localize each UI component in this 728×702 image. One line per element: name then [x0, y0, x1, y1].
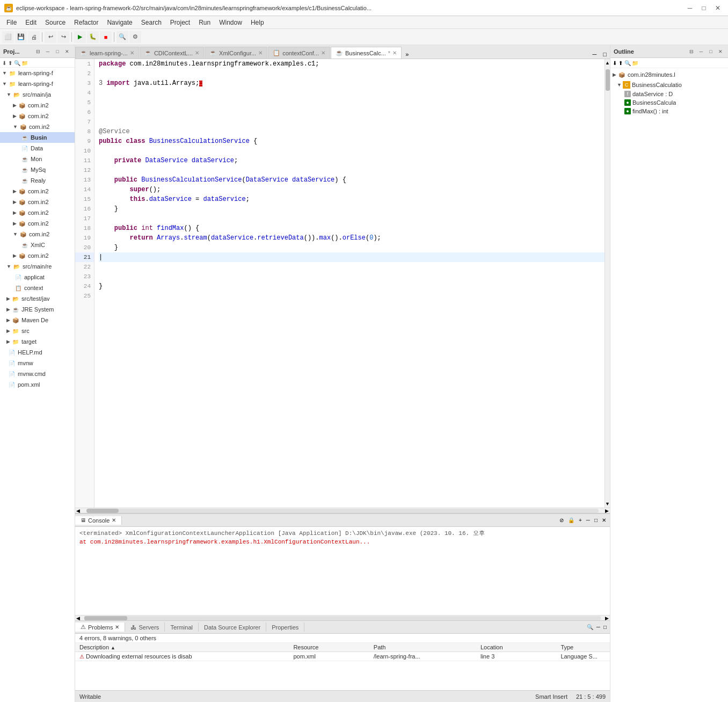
problems-row-1[interactable]: ⚠ Downloading external resources is disa…	[75, 652, 610, 661]
outline-toolbar-icons[interactable]: ⬇ ⬆ 🔍 📁	[610, 59, 640, 67]
tree-mon[interactable]: ☕ Mon	[0, 154, 75, 164]
tree-src-main-java[interactable]: ▼ 📂 src/main/ja	[0, 89, 75, 100]
collapse-all-btn[interactable]: ⊟	[34, 47, 42, 56]
maximize-button[interactable]: □	[698, 3, 710, 13]
tab-business-calc[interactable]: ☕ BusinessCalc... * ✕	[331, 47, 402, 59]
tree-pom-xml[interactable]: 📄 pom.xml	[0, 379, 75, 390]
problems-maximize-btn[interactable]: □	[602, 623, 608, 631]
outline-package[interactable]: ▶ 📦 com.in28minutes.l	[610, 69, 728, 80]
menu-run[interactable]: Run	[194, 18, 215, 27]
console-clear-btn[interactable]: ⊘	[558, 516, 565, 524]
tab-servers[interactable]: 🖧 Servers	[125, 623, 165, 632]
hscroll-thumb[interactable]	[86, 509, 119, 513]
tab-properties[interactable]: Properties	[266, 623, 304, 632]
tree-xmlc[interactable]: ☕ XmlC	[0, 240, 75, 250]
problems-filter-btn[interactable]: 🔍	[586, 623, 594, 631]
tree-src[interactable]: ▶ 📁 src	[0, 325, 75, 336]
tab-xml-config[interactable]: ☕ XmlConfigur... ✕	[205, 47, 267, 59]
tab-close-learn-spring[interactable]: ✕	[130, 50, 134, 56]
col-description[interactable]: Description ▲	[75, 643, 289, 652]
tree-applicat[interactable]: 📄 applicat	[0, 272, 75, 283]
outline-constructor[interactable]: ● BusinessCalcula	[610, 98, 728, 107]
scroll-thumb[interactable]	[606, 69, 610, 91]
menu-navigate[interactable]: Navigate	[103, 18, 136, 27]
outline-class[interactable]: ▼ C BusinessCalculatio	[610, 80, 728, 90]
toolbar-search-btn[interactable]: 🔍	[117, 31, 128, 43]
toolbar-new-btn[interactable]: ⬜	[2, 31, 14, 43]
outline-minimize-btn[interactable]: ─	[697, 47, 705, 56]
console-minimize-btn[interactable]: ─	[585, 516, 592, 524]
scroll-down-btn[interactable]: ▼	[604, 500, 610, 508]
horizontal-scrollbar[interactable]: ◀ ▶	[75, 508, 610, 513]
close-panel-btn[interactable]: ✕	[63, 47, 71, 56]
console-new-btn[interactable]: +	[577, 516, 584, 524]
maximize-panel-btn[interactable]: □	[53, 47, 62, 56]
tree-src-main-res[interactable]: ▼ 📂 src/main/re	[0, 261, 75, 272]
outline-collapse-btn[interactable]: ⊟	[687, 47, 696, 56]
menu-refactor[interactable]: Refactor	[70, 18, 103, 27]
hscroll-left-btn[interactable]: ◀	[75, 508, 81, 513]
outline-method[interactable]: ● findMax() : int	[610, 107, 728, 115]
tree-maven[interactable]: ▶ 📦 Maven De	[0, 315, 75, 325]
editor-maximize-btn[interactable]: □	[600, 50, 610, 59]
tab-close-business[interactable]: ✕	[392, 50, 397, 56]
toolbar-run-btn[interactable]: ▶	[74, 31, 86, 43]
problems-minimize-btn[interactable]: ─	[595, 623, 601, 631]
tree-mvnw-cmd[interactable]: 📄 mvnw.cmd	[0, 368, 75, 379]
outline-maximize-btn[interactable]: □	[707, 47, 715, 56]
tree-realy[interactable]: ☕ Realy	[0, 175, 75, 186]
tab-problems[interactable]: ⚠ Problems ✕	[75, 623, 125, 632]
tree-target[interactable]: ▶ 📁 target	[0, 336, 75, 347]
tab-console[interactable]: 🖥 Console ✕	[75, 516, 122, 525]
console-hscroll-right[interactable]: ▶	[604, 616, 610, 621]
toolbar-undo-btn[interactable]: ↩	[45, 31, 56, 43]
tree-learn-spring-1[interactable]: ▼ 📁 learn-spring-f	[0, 68, 75, 78]
vertical-scrollbar[interactable]: ▲ ▼	[605, 59, 610, 508]
console-tab-close[interactable]: ✕	[112, 517, 116, 523]
tab-learn-spring[interactable]: ☕ learn-spring-... ✕	[75, 47, 139, 59]
col-location[interactable]: Location	[476, 643, 556, 652]
tree-help-md[interactable]: 📄 HELP.md	[0, 347, 75, 358]
hscroll-track[interactable]	[86, 509, 599, 513]
menu-source[interactable]: Source	[41, 18, 70, 27]
problems-tab-close[interactable]: ✕	[115, 624, 119, 630]
toolbar-debug-btn[interactable]: 🐛	[87, 31, 99, 43]
console-maximize-btn[interactable]: □	[593, 516, 599, 524]
tree-com-in2-3[interactable]: ▼ 📦 com.in2	[0, 121, 75, 132]
console-hscroll-track[interactable]	[84, 616, 601, 620]
console-close-btn[interactable]: ✕	[600, 516, 608, 524]
tab-terminal[interactable]: Terminal	[165, 623, 199, 632]
code-content[interactable]: package com.in28minutes.learnspringframe…	[94, 59, 605, 508]
menu-window[interactable]: Window	[215, 18, 246, 27]
hscroll-right-btn[interactable]: ▶	[604, 508, 610, 513]
tab-cdi-context[interactable]: ☕ CDIContextL... ✕	[140, 47, 204, 59]
tab-close-context[interactable]: ✕	[321, 50, 325, 56]
minimize-button[interactable]: ─	[684, 3, 696, 13]
toolbar-stop-btn[interactable]: ■	[100, 31, 112, 43]
menu-project[interactable]: Project	[166, 18, 194, 27]
tree-data-service[interactable]: 📄 Data	[0, 143, 75, 154]
toolbar-save-btn[interactable]: 💾	[15, 31, 27, 43]
console-scroll-lock-btn[interactable]: 🔒	[566, 516, 576, 524]
tree-com-in2-4[interactable]: ▶ 📦 com.in2	[0, 186, 75, 197]
tree-com-in2-5[interactable]: ▶ 📦 com.in2	[0, 197, 75, 207]
outline-field[interactable]: f dataService : D	[610, 90, 728, 98]
tree-jre[interactable]: ▶ ☕ JRE System	[0, 304, 75, 315]
tree-com-in2-7[interactable]: ▶ 📦 com.in2	[0, 218, 75, 229]
scroll-up-btn[interactable]: ▲	[604, 59, 610, 67]
minimize-panel-btn[interactable]: ─	[43, 47, 52, 56]
console-h-scrollbar[interactable]: ◀ ▶	[75, 615, 610, 620]
menu-file[interactable]: File	[2, 18, 21, 27]
tree-mysql[interactable]: ☕ MySq	[0, 164, 75, 175]
tree-com-in2-1[interactable]: ▶ 📦 com.in2	[0, 100, 75, 111]
close-button[interactable]: ✕	[712, 3, 724, 13]
scroll-track[interactable]	[606, 67, 610, 500]
tree-context[interactable]: 📋 context	[0, 283, 75, 293]
tab-datasource[interactable]: Data Source Explorer	[199, 623, 266, 632]
col-resource[interactable]: Resource	[289, 643, 369, 652]
console-hscroll-left[interactable]: ◀	[75, 616, 81, 621]
tree-com-in2-2[interactable]: ▶ 📦 com.in2	[0, 111, 75, 121]
tree-com-in2-9[interactable]: ▶ 📦 com.in2	[0, 250, 75, 261]
toolbar-settings-btn[interactable]: ⚙	[129, 31, 141, 43]
col-path[interactable]: Path	[369, 643, 476, 652]
